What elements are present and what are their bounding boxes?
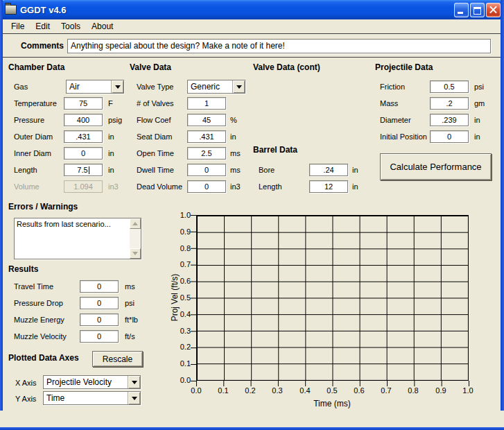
muzzle-energy-output[interactable]: 0 — [80, 313, 119, 326]
dwell-time-input[interactable]: 0 — [187, 164, 226, 176]
y-tick-label: 0.9 — [173, 227, 191, 237]
close-button[interactable] — [486, 3, 501, 17]
flow-coef-label: Flow Coef — [137, 115, 171, 125]
errors-warnings-header: Errors / Warnings — [8, 202, 78, 212]
muzzle-velocity-label: Muzzle Velocity — [14, 332, 67, 341]
inner-diam-value: 0 — [81, 149, 85, 157]
y-axis-select[interactable]: Time — [43, 391, 141, 405]
maximize-icon — [473, 7, 481, 15]
chamber-length-input[interactable]: 7.5 — [64, 164, 103, 176]
diameter-value: .239 — [442, 116, 456, 124]
muzzle-velocity-output[interactable]: 0 — [80, 330, 119, 343]
outer-diam-input[interactable]: .431 — [64, 130, 103, 143]
barrel-length-input[interactable]: 12 — [309, 180, 348, 193]
scroll-up-button[interactable] — [130, 218, 141, 229]
valve-type-select[interactable]: Generic — [187, 80, 245, 94]
menu-file[interactable]: File — [6, 20, 30, 33]
barrel-length-value: 12 — [324, 182, 333, 191]
barrel-length-unit: in — [352, 182, 358, 191]
bore-input[interactable]: .24 — [309, 164, 348, 176]
gas-select[interactable]: Air — [66, 80, 124, 94]
gas-select-arrow[interactable] — [111, 80, 123, 93]
valve-type-select-arrow[interactable] — [232, 80, 245, 93]
x-axis-select[interactable]: Projectile Velocity — [43, 375, 141, 389]
mass-input[interactable]: .2 — [430, 97, 469, 110]
x-tick-label: 0.4 — [297, 386, 313, 395]
x-tick-label: 0.5 — [324, 386, 340, 395]
chamber-length-label: Length — [14, 165, 37, 175]
dwell-time-label: Dwell Time — [137, 165, 174, 175]
scroll-down-button[interactable] — [130, 248, 141, 259]
menu-about[interactable]: About — [86, 20, 119, 33]
x-axis-title: Time (ms) — [277, 399, 388, 409]
num-valves-label: # of Valves — [137, 98, 174, 108]
calculate-performance-button[interactable]: Calculate Performance — [380, 153, 492, 180]
volume-value: 1.094 — [73, 182, 93, 191]
friction-value: 0.5 — [444, 83, 454, 91]
seat-diam-input[interactable]: .431 — [187, 130, 226, 143]
temperature-input[interactable]: 75 — [64, 97, 103, 110]
inner-diam-input[interactable]: 0 — [64, 147, 103, 160]
rescale-button[interactable]: Rescale — [92, 351, 143, 367]
pressure-label: Pressure — [14, 115, 44, 125]
temperature-value: 75 — [79, 99, 87, 108]
separator-line — [3, 57, 501, 58]
initial-position-label: Initial Position — [380, 132, 427, 141]
diameter-input[interactable]: .239 — [430, 114, 469, 126]
errors-textarea[interactable]: Results from last scenario... — [14, 218, 141, 259]
friction-unit: psi — [474, 82, 484, 92]
x-tick-label: 0.7 — [378, 386, 394, 395]
muzzle-energy-label: Muzzle Energy — [14, 315, 64, 325]
x-axis-select-arrow[interactable] — [128, 376, 140, 388]
errors-scrollbar[interactable] — [130, 218, 141, 259]
outer-diam-value: .431 — [76, 132, 90, 141]
maximize-button[interactable] — [470, 3, 485, 17]
x-tick-label: 0.9 — [433, 386, 449, 395]
window-buttons — [454, 3, 504, 17]
comments-input[interactable]: Anything special about the design? Make … — [67, 39, 491, 53]
window-frame-left[interactable] — [0, 0, 3, 411]
muzzle-energy-unit: ft*lb — [125, 315, 138, 325]
dead-volume-unit: in3 — [230, 182, 241, 191]
comments-label: Comments — [21, 41, 64, 51]
y-tick-label: 1.0 — [173, 210, 191, 220]
initial-position-unit: in — [474, 132, 480, 141]
menu-edit[interactable]: Edit — [30, 20, 55, 33]
dead-volume-label: Dead Volume — [137, 182, 182, 191]
pressure-input[interactable]: 400 — [64, 114, 103, 126]
open-time-input[interactable]: 2.5 — [187, 147, 226, 160]
x-tick-label: 1.0 — [460, 386, 476, 395]
open-time-label: Open Time — [137, 148, 174, 158]
inner-diam-unit: in — [108, 148, 114, 158]
dead-volume-input[interactable]: 0 — [187, 180, 226, 193]
valve-type-label: Valve Type — [137, 82, 173, 92]
errors-text: Results from last scenario... — [17, 220, 111, 229]
friction-input[interactable]: 0.5 — [430, 80, 469, 93]
bore-unit: in — [352, 165, 358, 175]
inner-diam-label: Inner Diam — [14, 148, 51, 158]
seat-diam-label: Seat Diam — [137, 132, 172, 141]
flow-coef-value: 45 — [202, 116, 211, 124]
window-title: GGDT v4.6 — [20, 5, 66, 15]
valve-data-header: Valve Data — [130, 62, 171, 72]
pressure-drop-output[interactable]: 0 — [80, 297, 119, 309]
app-window: GGDT v4.6 File Edit Tools About Comments… — [0, 0, 504, 430]
volume-output: 1.094 — [64, 180, 103, 193]
pressure-value: 400 — [77, 116, 89, 124]
minimize-button[interactable] — [454, 3, 469, 17]
y-axis-select-arrow[interactable] — [128, 392, 140, 404]
volume-label: Volume — [14, 182, 40, 191]
outer-diam-label: Outer Diam — [14, 132, 53, 141]
window-frame-right[interactable] — [501, 0, 504, 411]
flow-coef-input[interactable]: 45 — [187, 114, 226, 126]
mass-value: .2 — [446, 99, 452, 108]
pressure-drop-label: Pressure Drop — [14, 298, 63, 308]
title-bar[interactable]: GGDT v4.6 — [0, 0, 504, 19]
initial-position-input[interactable]: 0 — [430, 130, 469, 143]
num-valves-input[interactable]: 1 — [187, 97, 226, 110]
menu-tools[interactable]: Tools — [55, 20, 86, 33]
window-frame-bottom[interactable] — [0, 427, 504, 430]
travel-time-output[interactable]: 0 — [80, 280, 119, 293]
minimize-icon — [458, 12, 463, 14]
initial-position-value: 0 — [447, 132, 451, 141]
